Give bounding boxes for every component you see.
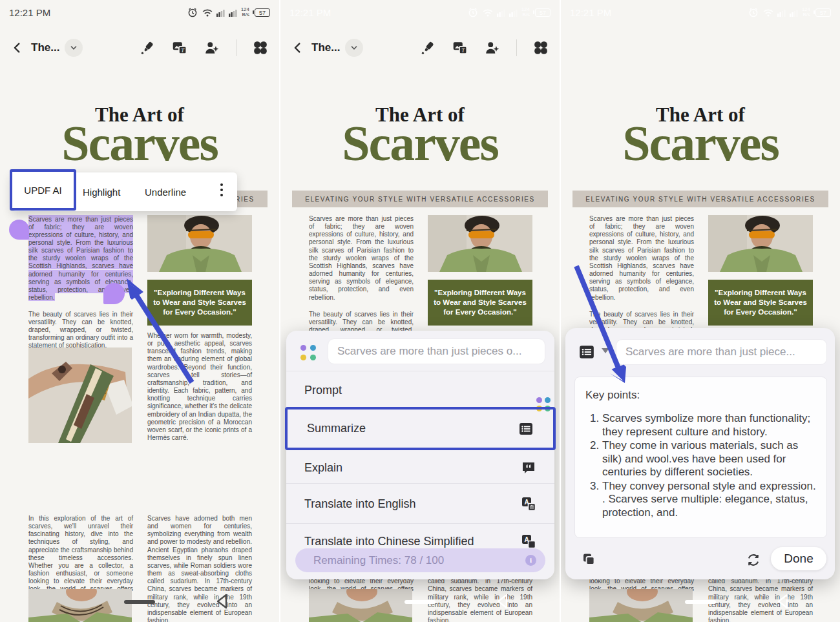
photo-neck-scarf (309, 589, 412, 622)
network-rate: 124 B/s (521, 7, 530, 17)
toolbar-actions: T (139, 39, 269, 56)
battery-icon: 57 (533, 8, 551, 17)
network-rate-unit: B/s (521, 12, 530, 17)
text-selection-menu: UPDF AI Highlight Underline (12, 172, 237, 211)
document-title-truncated[interactable]: The... (31, 41, 59, 54)
doc-paragraph-1: Scarves are more than just pieces of fab… (309, 215, 414, 302)
status-icons: 124 B/s 57 (467, 6, 551, 18)
screen-3-ai-result: 12:21 PM 124 B/s 57 The Art of Scarves E… (561, 0, 840, 622)
mode-dropdown-caret-icon[interactable] (602, 348, 609, 353)
selection-handle-end[interactable] (103, 283, 125, 304)
doc-paragraph-3: Whether worn for warmth, modesty, or pur… (147, 332, 252, 442)
photo-woman-orange-glasses (708, 215, 813, 272)
ai-menu-item-prompt[interactable]: Prompt (286, 375, 554, 406)
underline-menu-item[interactable]: Underline (145, 187, 186, 198)
edit-image-text-icon[interactable]: T (171, 39, 188, 56)
doc-paragraph-4: In this exploration of the art of scarve… (28, 515, 133, 601)
gesture-bar[interactable] (124, 600, 155, 604)
signal-sim1-icon (777, 7, 786, 17)
key-point-2: They come in various materials, such as … (602, 439, 816, 479)
translate-chinese-label: Translate into Chinese Simplified (304, 535, 474, 548)
wifi-icon (762, 6, 774, 18)
clock-time: 12:21 PM (289, 7, 331, 18)
updf-ai-action-sheet: Prompt Summarize Explain Translate into … (286, 331, 554, 579)
clock-time: 12:21 PM (9, 7, 50, 18)
doc-bottom-right: Scarves have adorned both men and women … (147, 515, 252, 622)
doc-title-line2: Scarves (0, 117, 279, 170)
ai-assistant-icon[interactable] (484, 39, 501, 56)
more-options-kebab-icon[interactable] (220, 183, 223, 196)
remaining-times-text: Remaining Times: 78 / 100 (313, 554, 444, 567)
network-rate: 124 B/s (241, 7, 249, 17)
doc-banner: ELEVATING YOUR STYLE WITH VERSATILE ACCE… (572, 191, 828, 207)
battery-level: 57 (815, 8, 831, 17)
battery-icon: 57 (253, 8, 270, 17)
ai-selected-text-input[interactable] (328, 338, 545, 364)
updf-ai-menu-item-highlight-box[interactable]: UPDF AI (10, 169, 76, 211)
alarm-icon (467, 6, 479, 18)
wifi-icon (202, 6, 213, 18)
ai-selected-text-input[interactable] (616, 339, 827, 365)
doc-paragraph-5: Scarves have adorned both men and women … (147, 515, 252, 622)
explain-label: Explain (304, 461, 342, 475)
chevron-down-icon (69, 43, 78, 52)
annotate-pen-icon[interactable] (419, 39, 436, 56)
clock-time: 12:21 PM (570, 7, 611, 18)
gesture-bar[interactable] (685, 600, 716, 604)
updf-ai-logo-icon (300, 345, 316, 360)
network-rate: 124 B/s (802, 7, 810, 17)
doc-quote-box: "Exploring Different Ways to Wear and St… (428, 280, 532, 326)
copy-icon[interactable] (581, 552, 596, 567)
title-dropdown[interactable] (65, 39, 83, 57)
sheet-divider (286, 523, 554, 524)
gesture-bar[interactable] (404, 600, 436, 604)
doc-title-line2: Scarves (280, 117, 560, 170)
annotate-pen-icon[interactable] (139, 39, 156, 56)
photo-woman-orange-glasses (428, 215, 532, 272)
app-toolbar: The... T (280, 31, 560, 65)
android-back-icon[interactable] (495, 593, 510, 610)
more-tools-grid-icon[interactable] (252, 39, 269, 56)
regenerate-icon[interactable] (745, 552, 762, 568)
battery-icon: 57 (814, 8, 831, 17)
doc-paragraph-1: Scarves are more than just pieces of fab… (589, 215, 694, 302)
highlight-menu-item[interactable]: Highlight (83, 187, 120, 198)
summarize-mode-icon[interactable] (578, 344, 595, 360)
info-icon[interactable]: i (525, 555, 536, 566)
ai-menu-item-explain[interactable]: Explain (286, 452, 554, 483)
wifi-icon (482, 6, 494, 18)
android-back-icon[interactable] (215, 593, 230, 610)
status-icons: 124 B/s 57 (187, 6, 270, 18)
back-icon[interactable] (291, 41, 305, 55)
explain-bubble-icon (521, 460, 536, 475)
ai-menu-item-translate-english[interactable]: Translate into English A (286, 488, 554, 519)
updf-ai-menu-item[interactable]: UPDF AI (24, 185, 61, 196)
key-points-list: Scarves symbolize more than functionalit… (585, 412, 816, 519)
translate-zh-icon: A (521, 534, 536, 549)
ai-assistant-icon[interactable] (204, 39, 220, 56)
doc-quote-box: "Exploring Different Ways to Wear and St… (708, 280, 813, 326)
edit-image-text-icon[interactable]: T (452, 39, 468, 56)
doc-quote-box: "Exploring Different Ways to Wear and St… (147, 280, 252, 326)
signal-sim1-icon (497, 7, 506, 17)
doc-banner: ELEVATING YOUR STYLE WITH VERSATILE ACCE… (292, 191, 548, 207)
selection-handle-start[interactable] (9, 220, 29, 240)
back-icon[interactable] (10, 41, 25, 55)
document-title-truncated[interactable]: The... (311, 41, 340, 54)
photo-neck-scarf (28, 589, 132, 622)
summarize-highlight-box: Summarize (285, 407, 556, 450)
title-dropdown[interactable] (345, 39, 363, 57)
summarize-list-icon (518, 421, 534, 437)
alarm-icon (187, 6, 198, 18)
done-button[interactable]: Done (771, 547, 826, 570)
android-back-icon[interactable] (775, 593, 791, 610)
doc-paragraph-2: The beauty of scarves lies in their vers… (28, 311, 133, 350)
network-rate-unit: B/s (802, 12, 810, 17)
ai-menu-item-summarize[interactable]: Summarize (288, 409, 553, 448)
battery-level: 57 (535, 8, 551, 17)
remaining-times-pill: Remaining Times: 78 / 100 i (295, 548, 545, 572)
more-tools-grid-icon[interactable] (532, 39, 549, 56)
battery-nub (253, 10, 254, 14)
status-bar: 12:21 PM 124 B/s 57 (0, 0, 279, 25)
translate-english-label: Translate into English (304, 497, 415, 511)
